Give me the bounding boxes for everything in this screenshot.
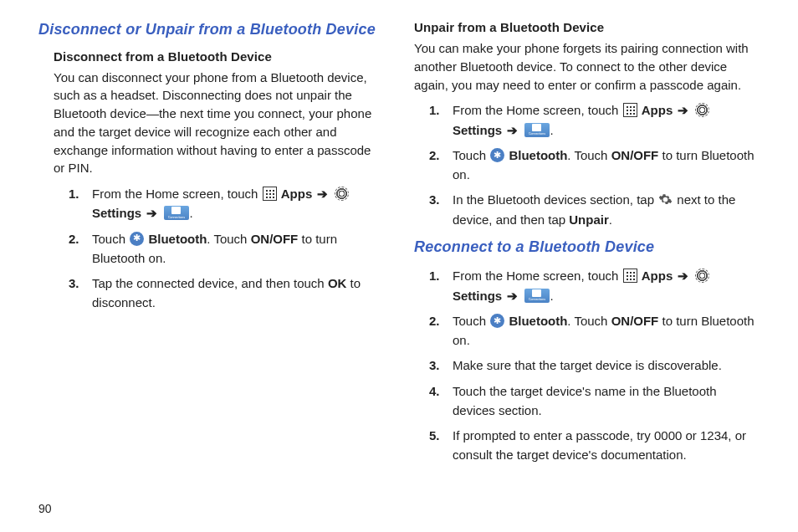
apps-icon xyxy=(623,103,637,117)
list-item: Make sure that the target device is disc… xyxy=(429,356,760,375)
apps-label: Apps xyxy=(642,103,673,117)
sub-heading-disconnect: Disconnect from a Bluetooth Device xyxy=(38,49,384,64)
steps-unpair: From the Home screen, touch Apps ➔ Setti… xyxy=(414,100,760,229)
step-text: Touch xyxy=(453,148,489,162)
arrow-icon: ➔ xyxy=(676,103,690,117)
apps-icon xyxy=(623,269,637,283)
section-title-disconnect-unpair: Disconnect or Unpair from a Bluetooth De… xyxy=(38,20,384,39)
gear-icon xyxy=(658,192,673,207)
step-text: In the Bluetooth devices section, tap xyxy=(453,192,657,207)
list-item: Touch Bluetooth. Touch ON/OFF to turn Bl… xyxy=(69,229,384,269)
right-column: Unpair from a Bluetooth Device You can m… xyxy=(414,20,760,471)
ok-label: OK xyxy=(328,276,347,290)
connections-icon xyxy=(524,123,550,137)
list-item: Touch Bluetooth. Touch ON/OFF to turn Bl… xyxy=(429,146,760,185)
settings-label: Settings xyxy=(453,123,502,137)
settings-label: Settings xyxy=(453,289,502,303)
period: . xyxy=(190,206,193,220)
page: Disconnect or Unpair from a Bluetooth De… xyxy=(38,20,760,471)
onoff-label: ON/OFF xyxy=(611,314,659,328)
step-text: . xyxy=(609,212,612,227)
step-text: If prompted to enter a passcode, try 000… xyxy=(453,428,746,462)
list-item: From the Home screen, touch Apps ➔ Setti… xyxy=(429,266,760,305)
settings-icon xyxy=(335,187,349,201)
settings-icon xyxy=(695,269,709,283)
unpair-label: Unpair xyxy=(569,212,609,227)
apps-icon xyxy=(263,187,277,201)
period: . xyxy=(550,123,554,137)
step-text: From the Home screen, touch xyxy=(453,103,622,117)
bluetooth-label: Bluetooth xyxy=(509,314,567,328)
onoff-label: ON/OFF xyxy=(611,148,659,162)
bluetooth-label: Bluetooth xyxy=(148,232,207,246)
bluetooth-label: Bluetooth xyxy=(509,148,567,162)
period: . xyxy=(550,289,554,303)
connections-icon xyxy=(164,206,189,220)
steps-reconnect: From the Home screen, touch Apps ➔ Setti… xyxy=(414,266,760,464)
section-title-reconnect: Reconnect to a Bluetooth Device xyxy=(414,238,760,257)
step-text: From the Home screen, touch xyxy=(453,269,622,283)
intro-unpair: You can make your phone forgets its pair… xyxy=(414,39,760,94)
list-item: Touch Bluetooth. Touch ON/OFF to turn Bl… xyxy=(429,311,760,350)
arrow-icon: ➔ xyxy=(315,187,330,201)
step-text: . Touch xyxy=(567,148,611,162)
list-item: In the Bluetooth devices section, tap ne… xyxy=(429,190,760,229)
step-text: From the Home screen, touch xyxy=(92,187,262,201)
apps-label: Apps xyxy=(642,269,673,283)
list-item: Tap the connected device, and then touch… xyxy=(69,274,384,313)
list-item: From the Home screen, touch Apps ➔ Setti… xyxy=(429,100,760,140)
step-text: Touch xyxy=(453,314,489,328)
steps-disconnect: From the Home screen, touch Apps ➔ Setti… xyxy=(38,184,384,313)
bluetooth-icon xyxy=(490,314,504,328)
left-column: Disconnect or Unpair from a Bluetooth De… xyxy=(38,20,384,471)
arrow-icon: ➔ xyxy=(505,123,519,137)
arrow-icon: ➔ xyxy=(505,289,519,303)
settings-icon xyxy=(695,103,709,117)
bluetooth-icon xyxy=(130,232,144,246)
list-item: Touch the target device's name in the Bl… xyxy=(429,381,760,421)
step-text: . Touch xyxy=(567,314,611,328)
sub-heading-unpair: Unpair from a Bluetooth Device xyxy=(414,20,760,34)
page-number: 90 xyxy=(38,502,52,515)
step-text: Tap the connected device, and then touch xyxy=(92,276,328,290)
step-text: . Touch xyxy=(207,232,250,246)
settings-label: Settings xyxy=(92,206,141,220)
list-item: If prompted to enter a passcode, try 000… xyxy=(429,426,760,465)
arrow-icon: ➔ xyxy=(145,206,159,220)
step-text: Touch the target device's name in the Bl… xyxy=(453,384,717,417)
step-text: Touch xyxy=(92,232,129,246)
intro-disconnect: You can disconnect your phone from a Blu… xyxy=(38,69,384,178)
list-item: From the Home screen, touch Apps ➔ Setti… xyxy=(69,184,384,223)
arrow-icon: ➔ xyxy=(676,269,690,283)
onoff-label: ON/OFF xyxy=(251,232,299,246)
apps-label: Apps xyxy=(281,187,313,201)
step-text: Make sure that the target device is disc… xyxy=(453,358,722,372)
connections-icon xyxy=(524,289,550,303)
bluetooth-icon xyxy=(490,148,504,162)
